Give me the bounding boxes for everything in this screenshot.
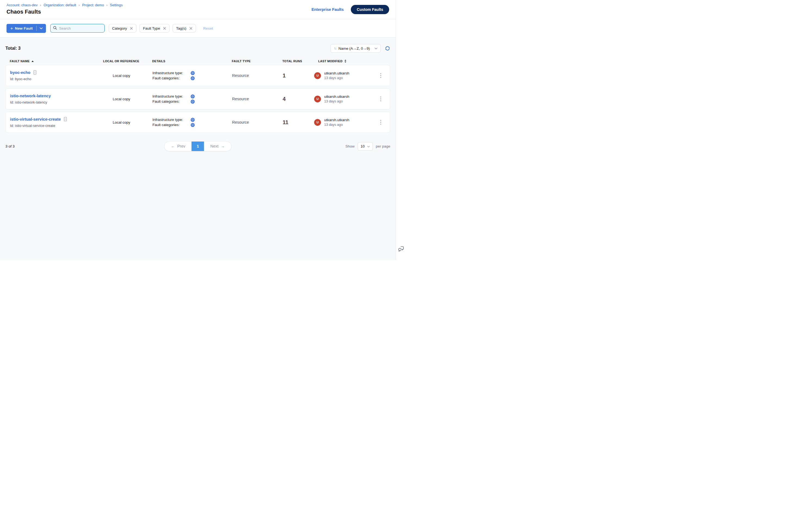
show-label: Show [346, 144, 355, 148]
column-header-label: FAULT NAME [10, 59, 30, 63]
copy-id-icon[interactable] [64, 117, 67, 122]
button-divider [36, 26, 37, 31]
chevron-down-icon [375, 48, 378, 49]
sort-dropdown[interactable]: ↑↓ Name (A→Z, 0→9) [330, 44, 381, 53]
table-row: byoc-echo Id: byoc-echo Local copy Infra… [5, 65, 390, 86]
total-runs-cell: 4 [282, 96, 314, 102]
filter-chip-tags[interactable]: Tag(s) [173, 24, 196, 33]
breadcrumb-link-settings[interactable]: Settings [110, 3, 123, 7]
next-page-button[interactable]: Next → [204, 141, 231, 151]
details-cell: Infrastructure type: Fault categories: [143, 70, 231, 81]
close-icon[interactable] [130, 27, 133, 30]
pagination: 3 of 3 ← Prev 1 Next → Show 10 [5, 141, 390, 151]
filter-chip-label: Fault Type [143, 26, 160, 30]
enterprise-faults-link[interactable]: Enterprise Faults [311, 7, 344, 12]
chat-icon[interactable] [398, 245, 404, 253]
local-or-reference-cell: Local copy [100, 97, 143, 101]
fault-name-link[interactable]: istio-network-latency [10, 94, 51, 98]
filter-chips: Category Fault Type Tag(s) [109, 24, 196, 33]
prev-page-button[interactable]: ← Prev [165, 141, 192, 151]
total-runs-cell: 11 [282, 119, 314, 126]
close-icon[interactable] [189, 27, 193, 30]
refresh-icon[interactable] [385, 46, 390, 51]
filter-chip-label: Category [112, 26, 127, 30]
breadcrumb-separator: › [40, 3, 41, 7]
close-icon[interactable] [163, 27, 166, 30]
fault-name-link[interactable]: istio-virtual-service-create [10, 117, 61, 122]
fault-name-cell: byoc-echo Id: byoc-echo [10, 70, 100, 81]
arrow-left-icon: ← [171, 144, 175, 148]
main-column: Account: chaos-dev › Organization: defau… [0, 0, 396, 260]
breadcrumb-separator: › [106, 3, 107, 7]
infrastructure-type-label: Infrastructure type: [152, 71, 191, 75]
column-header-fault-name[interactable]: FAULT NAME [10, 59, 99, 63]
breadcrumb-link-organization[interactable]: Organization: default [44, 3, 76, 7]
kubernetes-icon [191, 118, 195, 122]
breadcrumb-link-account[interactable]: Account: chaos-dev [6, 3, 37, 7]
custom-faults-button[interactable]: Custom Faults [351, 5, 389, 14]
faults-content: Total: 3 ↑↓ Name (A→Z, 0→9) [0, 37, 396, 260]
sort-dropdown-value: Name (A→Z, 0→9) [338, 47, 371, 51]
plus-icon: + [10, 26, 13, 31]
arrow-right-icon: → [221, 144, 225, 148]
sort-asc-icon [31, 60, 34, 62]
sort-controls: ↑↓ Name (A→Z, 0→9) [330, 44, 390, 53]
local-or-reference-cell: Local copy [100, 74, 143, 78]
column-header-total-runs: TOTAL RUNS [281, 59, 314, 63]
reset-filters-button[interactable]: Reset [203, 26, 213, 30]
new-fault-button[interactable]: + New Fault [6, 24, 46, 33]
copy-id-icon[interactable] [33, 70, 37, 75]
column-header-last-modified[interactable]: LAST MODIFIED [314, 59, 376, 63]
infrastructure-type-label: Infrastructure type: [152, 94, 191, 98]
fault-id: Id: byoc-echo [10, 77, 100, 81]
table-row: istio-virtual-service-create Id: istio-v… [5, 112, 390, 133]
fault-categories-label: Fault categories: [152, 99, 191, 104]
infrastructure-type-label: Infrastructure type: [152, 118, 191, 122]
kubernetes-icon [191, 94, 195, 99]
search-icon [53, 26, 57, 31]
page-size-select[interactable]: 10 [358, 142, 373, 151]
column-header-local-or-reference: LOCAL OR REFERENCE [99, 59, 143, 63]
fault-id: Id: istio-network-latency [10, 100, 100, 104]
new-fault-label: New Fault [15, 26, 33, 30]
fault-categories-label: Fault categories: [152, 76, 191, 80]
chevron-down-icon [367, 144, 370, 149]
app-root: Account: chaos-dev › Organization: defau… [0, 0, 406, 260]
filter-chip-label: Tag(s) [176, 26, 186, 30]
filter-chip-category[interactable]: Category [109, 24, 137, 33]
search-box [50, 24, 105, 33]
avatar: U [314, 119, 321, 126]
kebab-menu-icon[interactable] [379, 119, 382, 126]
last-modified-cell: U utkarsh.utkarsh 13 days ago [314, 118, 376, 127]
kebab-menu-icon[interactable] [379, 72, 382, 79]
fault-type-cell: Resource [231, 73, 282, 78]
modified-by: utkarsh.utkarsh [324, 118, 349, 122]
fault-name-link[interactable]: byoc-echo [10, 70, 30, 75]
per-page-label: per page [376, 144, 390, 148]
kubernetes-icon [191, 99, 195, 104]
filter-chip-fault-type[interactable]: Fault Type [139, 24, 170, 33]
current-page-button[interactable]: 1 [192, 141, 204, 151]
pager: ← Prev 1 Next → [164, 141, 231, 151]
details-cell: Infrastructure type: Fault categories: [143, 117, 231, 128]
column-header-details: DETAILS [143, 59, 231, 63]
details-cell: Infrastructure type: Fault categories: [143, 94, 231, 105]
last-modified-cell: U utkarsh.utkarsh 13 days ago [314, 95, 376, 103]
fault-id: Id: istio-virtual-service-create [10, 124, 100, 128]
breadcrumb-link-project[interactable]: Project: demo [82, 3, 104, 7]
sort-both-icon [344, 59, 347, 63]
table-row: istio-network-latency Id: istio-network-… [5, 88, 390, 109]
last-modified-cell: U utkarsh.utkarsh 13 days ago [314, 71, 376, 80]
page-header-actions: Enterprise Faults Custom Faults [311, 0, 389, 19]
chevron-down-icon[interactable] [39, 27, 45, 29]
search-input[interactable] [59, 26, 102, 30]
prev-label: Prev [177, 144, 185, 148]
kebab-menu-icon[interactable] [379, 95, 382, 102]
right-rail [396, 0, 406, 260]
avatar: U [314, 72, 321, 79]
fault-type-cell: Resource [231, 97, 282, 101]
page-size-value: 10 [361, 144, 365, 148]
page-size-controls: Show 10 per page [346, 142, 390, 151]
kubernetes-icon [191, 71, 195, 75]
kubernetes-icon [191, 76, 195, 80]
